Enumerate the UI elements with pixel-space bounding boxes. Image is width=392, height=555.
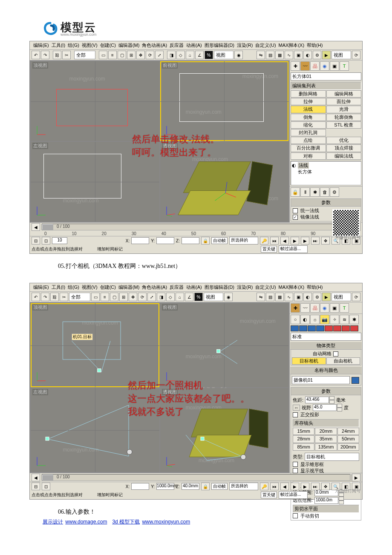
goto-end-icon[interactable]: ⏭ (311, 483, 320, 490)
target-camera-button[interactable]: 目标相机 (292, 357, 326, 365)
mod-edit-mesh[interactable]: 编辑网格 (326, 90, 362, 98)
colorswatch[interactable] (308, 325, 316, 331)
goto-end-icon[interactable]: ⏭ (311, 237, 320, 244)
modifier-list-label[interactable]: 编辑集列表 (291, 82, 361, 90)
tab-modify-icon[interactable]: 〰 (300, 303, 310, 313)
nav-pan-icon[interactable]: ✥ (321, 237, 330, 244)
select-region-button[interactable]: ▢ (118, 51, 126, 59)
render-setup-button[interactable]: ⚙ (313, 293, 321, 301)
menu-group[interactable]: 组(G) (68, 284, 79, 290)
prev-frame-icon[interactable]: ◀ (280, 483, 289, 490)
angle-snap-button[interactable]: ∠ (195, 51, 204, 59)
lock-icon[interactable]: 🔒 (201, 237, 210, 244)
mod-extrude[interactable]: 拉伸 (291, 98, 326, 105)
mod-reduce[interactable]: 缩化 (291, 121, 326, 129)
footer-url-2[interactable]: www.moxingyun.com (142, 519, 190, 525)
stack-unique-icon[interactable]: ✱ (310, 187, 320, 197)
mod-face-extrude[interactable]: 面拉伸 (326, 98, 362, 105)
viewport-top[interactable]: 顶视图 moxingyun.com (31, 61, 159, 141)
mirror-button[interactable]: ⇋ (257, 293, 265, 301)
rotate-button[interactable]: ⟳ (138, 293, 147, 301)
link-button[interactable]: ⛓ (50, 293, 59, 301)
lens-28[interactable]: 28mm (293, 435, 314, 443)
object-type-title[interactable]: 物体类型 (290, 342, 362, 350)
curve-editor-button[interactable]: ∿ (285, 51, 293, 59)
menu-reactor[interactable]: 反应器 (170, 284, 184, 290)
track-left-icon[interactable]: ◀ (32, 223, 40, 231)
menu-views[interactable]: 视图(V) (82, 42, 98, 49)
tab-display-icon[interactable]: ▣ (330, 61, 339, 71)
align-button[interactable]: ▤ (266, 51, 274, 59)
modifier-stack[interactable]: ◐法线 长方体 (291, 161, 361, 185)
colorswatch[interactable] (299, 325, 307, 331)
stack-pin-icon[interactable]: 🔒 (291, 187, 300, 197)
window-crossing-button[interactable]: ⊞ (119, 293, 128, 301)
cat-shapes-icon[interactable]: ◐ (300, 315, 310, 324)
menu-views[interactable]: 视图(V) (82, 284, 98, 290)
key-selection[interactable]: 所选择的 (229, 237, 258, 244)
selection-filter[interactable]: 全部 (74, 51, 95, 59)
ortho-check[interactable] (293, 412, 298, 417)
menu-maxscript[interactable]: MAX脚本(X) (279, 42, 305, 49)
menu-grapheditors[interactable]: 图形编辑器(D) (205, 284, 234, 290)
footer-link-1[interactable]: 展示设计 (43, 519, 63, 525)
stack-base-item[interactable]: 长方体 (292, 169, 360, 175)
menu-tools[interactable]: 工具(I) (52, 42, 65, 49)
layers-button[interactable]: ▦ (275, 51, 284, 59)
pivot-button[interactable]: ◇ (166, 293, 175, 301)
mod-percent[interactable]: 百分比微调 (291, 144, 326, 152)
redo-button[interactable]: ↷ (41, 293, 49, 301)
focal-length-spinner[interactable]: 43.456 (305, 396, 334, 404)
stack-show-icon[interactable]: Ⅱ (300, 187, 310, 197)
render-preset[interactable]: 视图 (331, 51, 351, 59)
mod-point-paint[interactable]: 点绘 (291, 137, 326, 144)
colorswatch[interactable] (316, 325, 324, 331)
auto-key-button[interactable]: 自动帧 (211, 483, 228, 490)
mod-stlcheck[interactable]: STL 检查 (326, 121, 362, 129)
render-button[interactable]: ▶ (322, 293, 331, 301)
key-icon[interactable]: 🔑 (260, 483, 268, 490)
mirror-button[interactable]: ⇋ (257, 51, 265, 59)
name-color-title[interactable]: 名称与颜色 (290, 367, 362, 374)
footer-link-2[interactable]: 3d 模型下载 (112, 519, 140, 525)
xform-x[interactable] (131, 237, 149, 244)
lens-20[interactable]: 20mm (315, 428, 337, 435)
key-icon[interactable]: 🔑 (260, 237, 268, 244)
goto-start-icon[interactable]: ⏮ (270, 237, 279, 244)
cat-helpers-icon[interactable]: ✧ (330, 315, 339, 324)
redo-button[interactable]: ↷ (41, 51, 49, 59)
unlink-button[interactable]: ✂ (62, 51, 71, 59)
play-icon[interactable]: ▶ (291, 237, 299, 244)
move-button[interactable]: ✥ (136, 51, 145, 59)
time-slider[interactable]: 0 / 100 (42, 224, 350, 230)
lens-50[interactable]: 50mm (337, 435, 359, 443)
percent-snap-button[interactable]: % (205, 51, 213, 59)
params-title[interactable]: 参数 (291, 388, 361, 395)
xform-y[interactable]: 1000.0mm (156, 483, 174, 490)
menu-reactor[interactable]: 反应器 (170, 42, 184, 49)
material-editor-button[interactable]: ◐ (303, 51, 312, 59)
tab-hierarchy-icon[interactable]: 品 (310, 303, 320, 313)
select-button[interactable]: ▭ (91, 293, 100, 301)
menu-character[interactable]: 角色动画(A) (142, 284, 167, 290)
menu-animation[interactable]: 动画(A) (186, 284, 202, 290)
mod-vertexweld[interactable]: 顶点焊接 (326, 144, 362, 152)
selection-filter[interactable]: 全部 (69, 293, 90, 301)
menu-customize[interactable]: 自定义(U) (255, 42, 276, 49)
mod-delete-mesh[interactable]: 删除网格 (291, 90, 326, 98)
refcoord-button[interactable]: ◨ (167, 51, 176, 59)
viewport-perspective[interactable]: 透视图 moxingyun.com moxingyun.com (160, 388, 289, 472)
next-frame-icon[interactable]: ▶ (301, 483, 309, 490)
colorswatch[interactable] (350, 325, 358, 331)
menu-character[interactable]: 角色动画(A) (142, 42, 167, 49)
manual-clip-check[interactable] (293, 513, 298, 518)
layers-button[interactable]: ▦ (275, 293, 284, 301)
ref-coord-select[interactable]: 视图 (214, 51, 233, 59)
set-key-button[interactable]: 置关键 (261, 246, 277, 253)
tab-motion-icon[interactable]: ◉ (320, 61, 329, 71)
cat-systems-icon[interactable]: ✱ (349, 315, 359, 324)
key-selection[interactable]: 所选择的 (229, 483, 258, 490)
camera-name-field[interactable]: 摄像机01 (292, 376, 350, 384)
lens-200[interactable]: 200mm (337, 443, 359, 451)
menu-modifiers[interactable]: 编辑器(M) (118, 284, 140, 290)
